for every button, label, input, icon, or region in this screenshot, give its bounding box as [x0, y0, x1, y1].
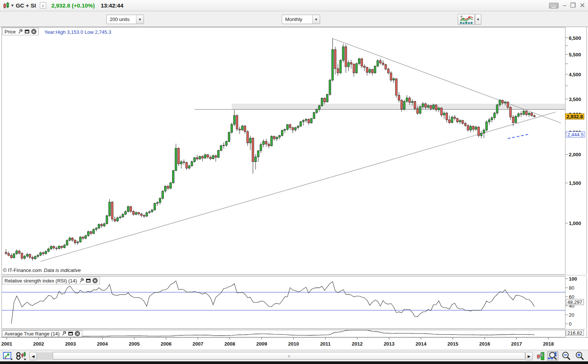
scrollbar-thumb[interactable]: ≡ [53, 352, 525, 359]
settings-candle-icon [536, 352, 545, 361]
wrench-icon[interactable] [18, 29, 23, 34]
panel-separator[interactable] [0, 275, 587, 276]
year-stats: Year:High 3,153.0 Low 2,745.3 [42, 29, 113, 36]
price-panel-title: Price [5, 29, 16, 35]
scrollbar-grip: ≡ [287, 354, 291, 358]
detach-window-icon[interactable] [68, 332, 73, 335]
chart-style-icon [460, 15, 473, 24]
timeframe-dropdown[interactable]: Monthly ▼ [282, 15, 320, 24]
close-panel-icon[interactable]: ✕ [92, 278, 98, 283]
chart-style-button[interactable] [458, 14, 475, 25]
candlestick-logo-icon [3, 2, 11, 9]
level-price-badge: 2,444.5 [566, 131, 585, 137]
title-bar: ▼ GC + SI i 2,932.8 (+0.10%) 13:42:44 – … [0, 0, 588, 11]
last-quote: 2,932.8 (+0.10%) [51, 2, 95, 9]
export-drawing-icon [3, 352, 14, 361]
units-value: 200 units [107, 17, 136, 22]
time-axis[interactable] [0, 337, 588, 350]
symbol-name: GC + SI [16, 2, 36, 9]
keyboard-icon[interactable] [549, 2, 559, 9]
indicative-note: Data is indicative [44, 267, 81, 273]
rsi-value-badge: 48.297 [566, 299, 584, 305]
main-toolbar: 200 units ▼ Monthly ▼ ▼ [0, 11, 588, 27]
rsi-panel-header: Relative strength index (RSI) (14) ✕ [2, 277, 100, 284]
panel-separator[interactable] [0, 329, 587, 330]
bottom-toolbar: ◀ ≡ ▶ [0, 350, 588, 361]
close-panel-icon[interactable]: ✕ [75, 331, 80, 336]
symbol-dropdown-caret[interactable]: ▼ [11, 3, 14, 8]
zoom-out-icon [561, 351, 571, 361]
rsi-panel-title: Relative strength index (RSI) (14) [5, 278, 77, 284]
zoom-in-icon [575, 351, 585, 361]
units-dropdown[interactable]: 200 units ▼ [106, 15, 144, 24]
detach-window-icon[interactable] [86, 279, 91, 282]
scroll-right-button[interactable]: ▶ [525, 352, 533, 360]
price-panel [2, 27, 565, 275]
minimize-button[interactable]: – [563, 2, 566, 9]
chart-window: ▼ GC + SI i 2,932.8 (+0.10%) 13:42:44 – … [0, 0, 588, 364]
zoom-region-icon [548, 351, 558, 361]
zoom-in-button[interactable] [574, 351, 585, 361]
clock: 13:42:44 [101, 2, 123, 9]
timeframe-dropdown-caret[interactable]: ▼ [312, 15, 320, 24]
atr-panel-title: Average True Range (14) [5, 331, 59, 337]
atr-value-badge: 216.82 [566, 330, 584, 336]
export-drawing-button[interactable] [3, 352, 14, 361]
zoom-region-button[interactable] [547, 351, 558, 361]
last-price-badge: 2,932.8 [565, 113, 584, 119]
chart-style-dropdown-caret[interactable]: ▼ [475, 14, 481, 25]
display-settings-button[interactable] [535, 351, 546, 361]
atr-panel-header: Average True Range (14) ✕ [2, 330, 82, 337]
wrench-icon[interactable] [79, 278, 84, 283]
units-dropdown-caret[interactable]: ▼ [136, 15, 144, 24]
wrench-icon[interactable] [61, 331, 67, 336]
link-instruments-button[interactable] [16, 352, 27, 361]
copyright-note: © IT-Finance.comData is indicative [3, 267, 81, 273]
horizontal-scrollbar[interactable]: ◀ ≡ ▶ [29, 352, 533, 360]
detach-window-icon[interactable] [25, 30, 29, 33]
zoom-out-button[interactable] [561, 351, 572, 361]
atr-panel [2, 330, 565, 337]
link-instruments-icon [16, 352, 27, 361]
close-panel-icon[interactable]: ✕ [31, 29, 36, 34]
timeframe-value: Monthly [282, 17, 312, 22]
scroll-left-button[interactable]: ◀ [29, 352, 37, 360]
price-panel-header: Price ✕ [2, 28, 39, 35]
maximize-button[interactable]: ❒ [570, 2, 576, 9]
close-button[interactable]: ✕ [580, 2, 585, 9]
window-bottom-edge [0, 361, 588, 364]
info-icon[interactable]: i [40, 2, 46, 9]
